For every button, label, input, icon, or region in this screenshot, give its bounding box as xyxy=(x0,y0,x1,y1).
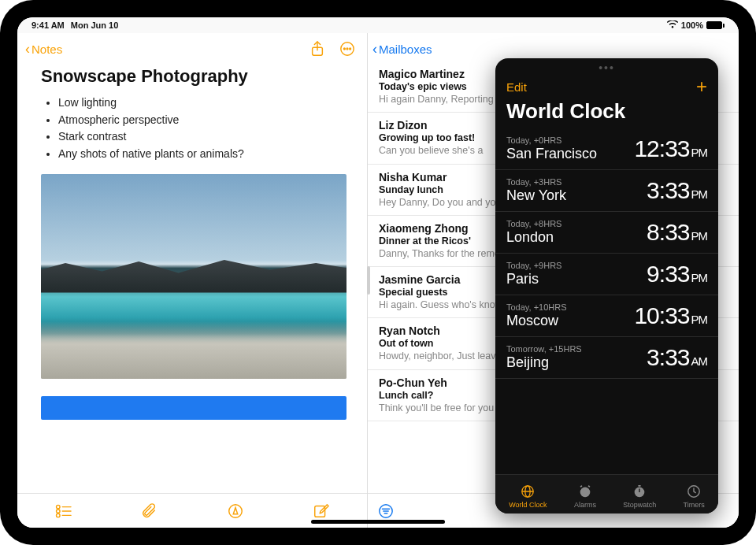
svg-rect-24 xyxy=(638,484,641,486)
split-divider-handle[interactable] xyxy=(367,266,370,295)
wifi-icon xyxy=(667,20,678,30)
mail-back-button[interactable]: ‹ Mailboxes xyxy=(372,42,432,56)
status-date: Mon Jun 10 xyxy=(71,20,119,30)
note-title: Snowscape Photography xyxy=(41,66,346,87)
notes-app-pane: ‹ Notes Snowscape Photography xyxy=(17,33,368,528)
clock-row[interactable]: Today, +10HRS Moscow 10:33PM xyxy=(495,295,718,337)
compose-icon[interactable] xyxy=(313,502,330,520)
chevron-left-icon: ‹ xyxy=(25,42,30,56)
tab-label: Timers xyxy=(684,501,705,509)
clock-offset: Today, +9HRS xyxy=(506,261,561,270)
globe-icon xyxy=(520,484,536,499)
svg-point-20 xyxy=(580,487,591,497)
svg-point-2 xyxy=(343,48,345,50)
battery-percent: 100% xyxy=(681,20,703,30)
screen: 9:41 AM Mon Jun 10 100% ••• ‹ xyxy=(17,17,739,528)
tab-timers[interactable]: Timers xyxy=(684,484,705,509)
status-bar: 9:41 AM Mon Jun 10 100% xyxy=(17,17,739,33)
list-item: Atmospheric perspective xyxy=(58,112,346,129)
share-icon[interactable] xyxy=(309,40,326,57)
slideover-grip-icon[interactable]: ••• xyxy=(598,61,615,74)
clock-offset: Today, +3HRS xyxy=(506,177,566,187)
clock-offset: Tomorrow, +15HRS xyxy=(506,344,582,354)
clock-slideover-panel[interactable]: ••• Edit + World Clock Today, +0HRS San … xyxy=(495,58,718,513)
list-item: Low lighting xyxy=(58,95,346,112)
svg-point-3 xyxy=(346,48,348,50)
clock-row[interactable]: Today, +3HRS New York 3:33PM xyxy=(495,170,718,212)
clock-row[interactable]: Tomorrow, +15HRS Beijing 3:33AM xyxy=(495,337,718,379)
tab-stopwatch[interactable]: Stopwatch xyxy=(623,484,656,509)
clock-title: World Clock xyxy=(495,99,718,128)
clock-offset: Today, +0HRS xyxy=(506,135,597,145)
mail-navbar: ‹ Mailboxes xyxy=(368,33,739,61)
svg-point-4 xyxy=(350,48,351,50)
ipad-frame: 9:41 AM Mon Jun 10 100% ••• ‹ xyxy=(0,0,756,545)
clock-time: 10:33PM xyxy=(634,302,707,329)
notes-back-label: Notes xyxy=(32,43,62,56)
clock-time: 3:33AM xyxy=(647,344,707,371)
svg-point-7 xyxy=(56,509,60,513)
note-bullet-list: Low lighting Atmospheric perspective Sta… xyxy=(41,95,346,163)
clock-tabbar: World Clock Alarms Stopwatch xyxy=(495,474,718,513)
svg-point-9 xyxy=(56,513,60,517)
clock-time: 3:33PM xyxy=(647,177,707,204)
status-time: 9:41 AM xyxy=(32,20,65,30)
note-additional-image[interactable] xyxy=(41,396,346,420)
alarm-icon xyxy=(577,484,593,499)
note-image[interactable] xyxy=(41,174,346,379)
home-indicator[interactable] xyxy=(311,520,445,524)
world-clock-list[interactable]: Today, +0HRS San Francisco 12:33PM Today… xyxy=(495,128,718,474)
stopwatch-icon xyxy=(632,484,647,499)
clock-city: San Francisco xyxy=(506,146,597,162)
list-item: Stark contrast xyxy=(58,128,346,146)
attachment-icon[interactable] xyxy=(141,502,158,520)
svg-rect-21 xyxy=(580,485,582,488)
more-icon[interactable] xyxy=(339,40,356,57)
mail-back-label: Mailboxes xyxy=(379,43,432,56)
clock-city: Beijing xyxy=(506,354,582,371)
markup-icon[interactable] xyxy=(227,502,244,520)
notes-content[interactable]: Snowscape Photography Low lighting Atmos… xyxy=(17,61,367,493)
tab-label: World Clock xyxy=(509,501,547,509)
tab-alarms[interactable]: Alarms xyxy=(574,484,596,509)
chevron-left-icon: ‹ xyxy=(372,42,377,56)
clock-offset: Today, +10HRS xyxy=(506,302,567,312)
notes-navbar: ‹ Notes xyxy=(17,33,367,61)
clock-city: Moscow xyxy=(506,313,567,329)
notes-back-button[interactable]: ‹ Notes xyxy=(25,42,62,56)
clock-city: London xyxy=(506,229,561,246)
svg-point-5 xyxy=(56,505,60,509)
clock-time: 8:33PM xyxy=(647,219,707,246)
clock-row[interactable]: Today, +8HRS London 8:33PM xyxy=(495,212,718,254)
tab-label: Alarms xyxy=(574,501,596,509)
add-clock-button[interactable]: + xyxy=(696,76,707,98)
list-item: Any shots of native plants or animals? xyxy=(58,146,346,163)
clock-row[interactable]: Today, +0HRS San Francisco 12:33PM xyxy=(495,128,718,170)
clock-time: 12:33PM xyxy=(634,135,707,162)
clock-city: New York xyxy=(506,187,566,204)
timer-icon xyxy=(686,484,702,499)
tab-world-clock[interactable]: World Clock xyxy=(509,484,547,509)
tab-label: Stopwatch xyxy=(623,501,656,509)
svg-rect-22 xyxy=(587,485,590,488)
clock-city: Paris xyxy=(506,271,561,287)
battery-icon xyxy=(706,21,724,29)
edit-button[interactable]: Edit xyxy=(506,80,527,94)
filter-icon[interactable] xyxy=(377,502,395,520)
clock-offset: Today, +8HRS xyxy=(506,219,561,228)
clock-time: 9:33PM xyxy=(647,261,707,287)
checklist-icon[interactable] xyxy=(55,502,72,520)
clock-row[interactable]: Today, +9HRS Paris 9:33PM xyxy=(495,254,718,295)
